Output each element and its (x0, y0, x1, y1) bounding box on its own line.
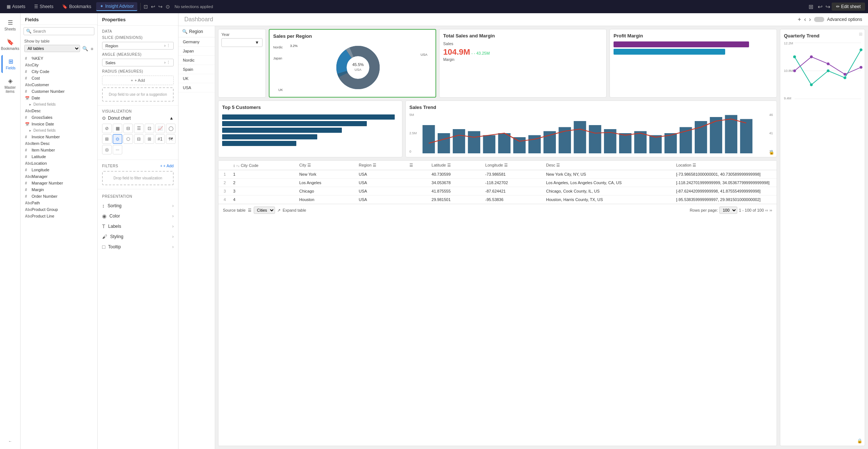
viz-type-selector[interactable]: ⊙ Donut chart ▲ (102, 116, 174, 121)
field-item[interactable]: #Latitude (21, 153, 97, 160)
toggle-switch[interactable] (814, 17, 824, 22)
rows-per-page-select[interactable]: 100 (719, 207, 737, 214)
field-item[interactable]: #City Code (21, 68, 97, 75)
region-item-germany[interactable]: Germany (178, 37, 215, 47)
viz-column-icon[interactable]: ▦ (113, 124, 122, 133)
th-city[interactable]: City ☰ (296, 161, 355, 170)
sidebar-item-fields[interactable]: ⊞ Fields (1, 55, 19, 73)
show-by-select[interactable]: All tables (24, 45, 80, 52)
quarterly-grid-icon[interactable]: ⊞ (859, 32, 862, 37)
viz-scatter-icon[interactable]: ⊡ (145, 124, 154, 133)
field-item[interactable]: #%KEY (21, 55, 97, 62)
next-page-icon[interactable]: ›› (770, 208, 772, 212)
field-item[interactable]: AbcManager (21, 173, 97, 180)
pres-sorting[interactable]: ↕ Sorting › (98, 201, 178, 211)
expand-icon[interactable]: › (164, 60, 166, 65)
field-item-invoice-number[interactable]: #Invoice Number (21, 134, 97, 140)
viz-gauge-icon[interactable]: ◎ (102, 145, 112, 154)
viz-line-icon[interactable]: ☰ (134, 124, 144, 133)
field-item[interactable]: 📅Date (21, 95, 97, 101)
viz-treemap-icon[interactable]: ⊞ (102, 134, 112, 144)
field-item[interactable]: AbcDesc (21, 107, 97, 114)
viz-more-icon[interactable]: ··· (113, 145, 122, 154)
source-table-select[interactable]: Cities (254, 207, 275, 214)
sidebar-collapse-button[interactable]: ← (1, 436, 19, 446)
viz-area-icon[interactable]: 📈 (155, 124, 165, 133)
viz-combo-icon[interactable]: ⊟ (123, 124, 133, 133)
field-group-derived-2[interactable]: ▸Derived fields (21, 127, 97, 134)
nav-bookmarks[interactable]: 🔖 Bookmarks (58, 3, 95, 11)
sidebar-item-master-items[interactable]: ◈ Master items (1, 74, 19, 96)
more-icon[interactable]: ⋮ (166, 60, 170, 65)
region-item-japan[interactable]: Japan (178, 47, 215, 56)
field-item[interactable]: #Manager Number (21, 180, 97, 186)
field-item[interactable]: #GrossSales (21, 114, 97, 121)
region-item-nordic[interactable]: Nordic (178, 56, 215, 65)
next-icon[interactable]: › (809, 16, 811, 23)
nav-insight-advisor[interactable]: ✦ Insight Advisor (96, 2, 137, 11)
year-dropdown[interactable]: ▼ (221, 38, 263, 47)
forward-icon[interactable]: ↪ (158, 4, 163, 10)
prev-icon[interactable]: ‹ (804, 16, 806, 23)
pres-tooltip[interactable]: □ Tooltip › (98, 242, 178, 252)
table-scroll[interactable]: ↕ ↑↓ City Code City ☰ Re (218, 161, 777, 204)
add-icon[interactable]: + (798, 16, 801, 23)
th-longitude[interactable]: Longitude ☰ (482, 161, 543, 170)
th-latitude[interactable]: Latitude ☰ (428, 161, 481, 170)
field-item[interactable]: AbcLocation (21, 160, 97, 167)
region-item-uk[interactable]: UK (178, 74, 215, 83)
field-group-derived[interactable]: ▸Derived fields (21, 101, 97, 107)
advanced-options-label[interactable]: Advanced options (827, 17, 862, 22)
sidebar-item-bookmarks[interactable]: 🔖 Bookmarks (1, 36, 19, 54)
prev-page-icon[interactable]: ‹‹ (765, 208, 768, 212)
th-citycode[interactable]: ↕ ↑↓ City Code (229, 161, 296, 170)
th-region[interactable]: Region ☰ (355, 161, 406, 170)
sidebar-item-sheets[interactable]: ☰ Sheets (1, 16, 19, 34)
pres-styling[interactable]: 🖌 Styling › (98, 231, 178, 242)
pres-labels[interactable]: T Labels › (98, 221, 178, 231)
angle-select[interactable]: Sales › ⋮ (102, 59, 174, 66)
lasso-icon[interactable]: ⊡ (144, 4, 148, 10)
field-item[interactable]: #Item Number (21, 147, 97, 153)
viz-table-icon[interactable]: ⊟ (134, 134, 144, 144)
region-item-spain[interactable]: Spain (178, 65, 215, 74)
add-filter-button[interactable]: + + Add (160, 164, 174, 168)
expand-table-label[interactable]: Expand table (283, 208, 306, 212)
add-field-icon[interactable]: + (90, 45, 94, 52)
search-fields-icon[interactable]: 🔍 (82, 46, 88, 51)
field-item[interactable]: #Customer Number (21, 88, 97, 95)
th-location[interactable]: Location ☰ (672, 161, 777, 170)
field-item[interactable]: #Longitude (21, 167, 97, 173)
pres-color[interactable]: ◉ Color › (98, 211, 178, 221)
redo-icon[interactable]: ↪ (825, 3, 830, 10)
search-input[interactable] (33, 29, 92, 33)
field-item[interactable]: #Cost (21, 75, 97, 81)
viz-donut-icon[interactable]: ⊙ (113, 134, 122, 144)
fields-search-bar[interactable]: 🔍 (23, 27, 94, 35)
nav-assets[interactable]: ▦ Assets (3, 3, 29, 11)
expand-icon[interactable]: › (164, 43, 166, 48)
viz-funnel-icon[interactable]: ⬡ (123, 134, 133, 144)
viz-bar-icon[interactable]: ⊘ (102, 124, 112, 133)
viz-pivot-icon[interactable]: ⊞ (145, 134, 154, 144)
field-item[interactable]: AbcCustomer (21, 81, 97, 88)
nav-sheets[interactable]: ☰ Sheets (30, 3, 57, 11)
field-item[interactable]: #Margin (21, 186, 97, 193)
viz-pie-icon[interactable]: ◯ (166, 124, 176, 133)
th-desc[interactable]: Desc ☰ (542, 161, 672, 170)
edit-sheet-button[interactable]: ✏ Edit sheet (832, 3, 865, 11)
field-item-invoice-date[interactable]: 📅Invoice Date (21, 121, 97, 127)
viz-kpi-icon[interactable]: #1 (155, 134, 165, 144)
undo-icon[interactable]: ↩ (818, 3, 822, 10)
field-item[interactable]: #Order Number (21, 193, 97, 200)
grid-view-icon[interactable]: ⊞ (809, 3, 813, 10)
field-item[interactable]: AbcCity (21, 62, 97, 68)
region-item-usa[interactable]: USA (178, 83, 215, 92)
viz-map-icon[interactable]: 🗺 (166, 134, 176, 144)
field-item[interactable]: AbcProduct Line (21, 213, 97, 219)
field-item[interactable]: AbcProduct Group (21, 206, 97, 213)
slice-select[interactable]: Region › ⋮ (102, 42, 174, 50)
back-icon[interactable]: ↩ (151, 4, 155, 10)
more-icon[interactable]: ⋮ (166, 43, 170, 48)
field-item[interactable]: AbcItem Desc (21, 140, 97, 147)
